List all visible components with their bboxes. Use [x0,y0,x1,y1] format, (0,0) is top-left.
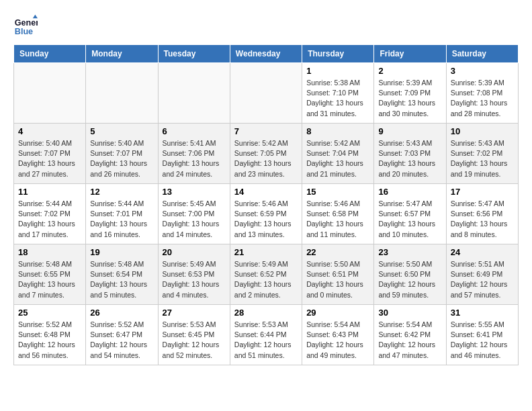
calendar-cell: 27Sunrise: 5:53 AM Sunset: 6:45 PM Dayli… [158,305,230,365]
day-number: 5 [90,126,153,136]
calendar-cell: 1Sunrise: 5:38 AM Sunset: 7:10 PM Daylig… [302,63,374,124]
calendar-cell: 30Sunrise: 5:54 AM Sunset: 6:42 PM Dayli… [374,305,446,365]
calendar-cell: 6Sunrise: 5:41 AM Sunset: 7:06 PM Daylig… [158,124,230,184]
day-info: Sunrise: 5:39 AM Sunset: 7:08 PM Dayligh… [451,78,514,119]
calendar-cell [158,63,230,124]
calendar-week-4: 18Sunrise: 5:48 AM Sunset: 6:55 PM Dayli… [14,244,519,305]
day-info: Sunrise: 5:39 AM Sunset: 7:09 PM Dayligh… [378,78,441,119]
day-number: 21 [234,247,298,257]
day-info: Sunrise: 5:51 AM Sunset: 6:49 PM Dayligh… [451,259,514,300]
calendar-week-3: 11Sunrise: 5:44 AM Sunset: 7:02 PM Dayli… [14,184,519,244]
day-info: Sunrise: 5:41 AM Sunset: 7:06 PM Dayligh… [163,138,226,179]
day-number: 1 [306,66,369,76]
calendar-cell: 22Sunrise: 5:50 AM Sunset: 6:51 PM Dayli… [302,244,374,305]
day-info: Sunrise: 5:54 AM Sunset: 6:43 PM Dayligh… [306,320,369,361]
calendar-cell: 4Sunrise: 5:40 AM Sunset: 7:07 PM Daylig… [14,124,86,184]
calendar-cell: 2Sunrise: 5:39 AM Sunset: 7:09 PM Daylig… [374,63,446,124]
logo: General Blue [13,13,38,38]
calendar-cell: 14Sunrise: 5:46 AM Sunset: 6:59 PM Dayli… [230,184,302,244]
day-info: Sunrise: 5:53 AM Sunset: 6:44 PM Dayligh… [234,320,298,361]
day-info: Sunrise: 5:52 AM Sunset: 6:47 PM Dayligh… [90,320,153,361]
day-info: Sunrise: 5:40 AM Sunset: 7:07 PM Dayligh… [90,138,153,179]
day-number: 4 [18,126,81,136]
day-info: Sunrise: 5:55 AM Sunset: 6:41 PM Dayligh… [451,320,514,361]
svg-marker-2 [33,15,38,18]
day-info: Sunrise: 5:43 AM Sunset: 7:03 PM Dayligh… [378,138,441,179]
calendar-cell: 28Sunrise: 5:53 AM Sunset: 6:44 PM Dayli… [230,305,302,365]
calendar-cell: 3Sunrise: 5:39 AM Sunset: 7:08 PM Daylig… [446,63,518,124]
day-info: Sunrise: 5:50 AM Sunset: 6:51 PM Dayligh… [306,259,369,300]
day-number: 11 [18,187,81,197]
day-number: 2 [378,66,441,76]
day-info: Sunrise: 5:49 AM Sunset: 6:53 PM Dayligh… [163,259,226,300]
calendar-cell: 10Sunrise: 5:43 AM Sunset: 7:02 PM Dayli… [446,124,518,184]
calendar-cell: 5Sunrise: 5:40 AM Sunset: 7:07 PM Daylig… [86,124,158,184]
day-number: 27 [163,308,226,318]
day-info: Sunrise: 5:43 AM Sunset: 7:02 PM Dayligh… [451,138,514,179]
calendar-cell [230,63,302,124]
col-header-friday: Friday [374,45,446,63]
calendar-cell: 9Sunrise: 5:43 AM Sunset: 7:03 PM Daylig… [374,124,446,184]
col-header-wednesday: Wednesday [230,45,302,63]
day-info: Sunrise: 5:47 AM Sunset: 6:57 PM Dayligh… [378,199,441,240]
svg-text:Blue: Blue [15,27,33,36]
day-info: Sunrise: 5:48 AM Sunset: 6:55 PM Dayligh… [18,259,81,300]
day-info: Sunrise: 5:54 AM Sunset: 6:42 PM Dayligh… [378,320,441,361]
day-number: 10 [451,126,514,136]
calendar-cell [86,63,158,124]
day-info: Sunrise: 5:49 AM Sunset: 6:52 PM Dayligh… [234,259,298,300]
day-number: 31 [451,308,514,318]
day-number: 30 [378,308,441,318]
day-number: 18 [18,247,81,257]
day-number: 9 [378,126,441,136]
calendar-cell: 16Sunrise: 5:47 AM Sunset: 6:57 PM Dayli… [374,184,446,244]
calendar-week-2: 4Sunrise: 5:40 AM Sunset: 7:07 PM Daylig… [14,124,519,184]
day-info: Sunrise: 5:50 AM Sunset: 6:50 PM Dayligh… [378,259,441,300]
day-info: Sunrise: 5:52 AM Sunset: 6:48 PM Dayligh… [18,320,81,361]
calendar-cell: 11Sunrise: 5:44 AM Sunset: 7:02 PM Dayli… [14,184,86,244]
day-number: 23 [378,247,441,257]
day-number: 29 [306,308,369,318]
calendar-cell: 12Sunrise: 5:44 AM Sunset: 7:01 PM Dayli… [86,184,158,244]
calendar-cell: 21Sunrise: 5:49 AM Sunset: 6:52 PM Dayli… [230,244,302,305]
day-number: 17 [451,187,514,197]
calendar-cell: 29Sunrise: 5:54 AM Sunset: 6:43 PM Dayli… [302,305,374,365]
day-info: Sunrise: 5:40 AM Sunset: 7:07 PM Dayligh… [18,138,81,179]
calendar-cell: 26Sunrise: 5:52 AM Sunset: 6:47 PM Dayli… [86,305,158,365]
logo-icon: General Blue [13,13,38,38]
calendar-header-row: SundayMondayTuesdayWednesdayThursdayFrid… [14,45,519,63]
day-number: 20 [163,247,226,257]
calendar-cell: 24Sunrise: 5:51 AM Sunset: 6:49 PM Dayli… [446,244,518,305]
day-info: Sunrise: 5:48 AM Sunset: 6:54 PM Dayligh… [90,259,153,300]
day-number: 22 [306,247,369,257]
day-number: 28 [234,308,298,318]
calendar-cell: 25Sunrise: 5:52 AM Sunset: 6:48 PM Dayli… [14,305,86,365]
day-info: Sunrise: 5:47 AM Sunset: 6:56 PM Dayligh… [451,199,514,240]
day-info: Sunrise: 5:53 AM Sunset: 6:45 PM Dayligh… [163,320,226,361]
calendar-cell: 17Sunrise: 5:47 AM Sunset: 6:56 PM Dayli… [446,184,518,244]
day-info: Sunrise: 5:46 AM Sunset: 6:59 PM Dayligh… [234,199,298,240]
day-info: Sunrise: 5:44 AM Sunset: 7:01 PM Dayligh… [90,199,153,240]
day-number: 16 [378,187,441,197]
day-number: 19 [90,247,153,257]
day-info: Sunrise: 5:44 AM Sunset: 7:02 PM Dayligh… [18,199,81,240]
day-number: 3 [451,66,514,76]
day-info: Sunrise: 5:42 AM Sunset: 7:04 PM Dayligh… [306,138,369,179]
calendar-cell: 31Sunrise: 5:55 AM Sunset: 6:41 PM Dayli… [446,305,518,365]
calendar-cell: 15Sunrise: 5:46 AM Sunset: 6:58 PM Dayli… [302,184,374,244]
day-number: 24 [451,247,514,257]
day-info: Sunrise: 5:38 AM Sunset: 7:10 PM Dayligh… [306,78,369,119]
col-header-saturday: Saturday [446,45,518,63]
day-number: 26 [90,308,153,318]
day-number: 15 [306,187,369,197]
day-info: Sunrise: 5:42 AM Sunset: 7:05 PM Dayligh… [234,138,298,179]
calendar-week-5: 25Sunrise: 5:52 AM Sunset: 6:48 PM Dayli… [14,305,519,365]
day-info: Sunrise: 5:45 AM Sunset: 7:00 PM Dayligh… [163,199,226,240]
calendar-table: SundayMondayTuesdayWednesdayThursdayFrid… [13,44,519,365]
col-header-monday: Monday [86,45,158,63]
calendar-week-1: 1Sunrise: 5:38 AM Sunset: 7:10 PM Daylig… [14,63,519,124]
calendar-cell: 23Sunrise: 5:50 AM Sunset: 6:50 PM Dayli… [374,244,446,305]
calendar-cell: 18Sunrise: 5:48 AM Sunset: 6:55 PM Dayli… [14,244,86,305]
calendar-cell: 20Sunrise: 5:49 AM Sunset: 6:53 PM Dayli… [158,244,230,305]
calendar-cell: 19Sunrise: 5:48 AM Sunset: 6:54 PM Dayli… [86,244,158,305]
